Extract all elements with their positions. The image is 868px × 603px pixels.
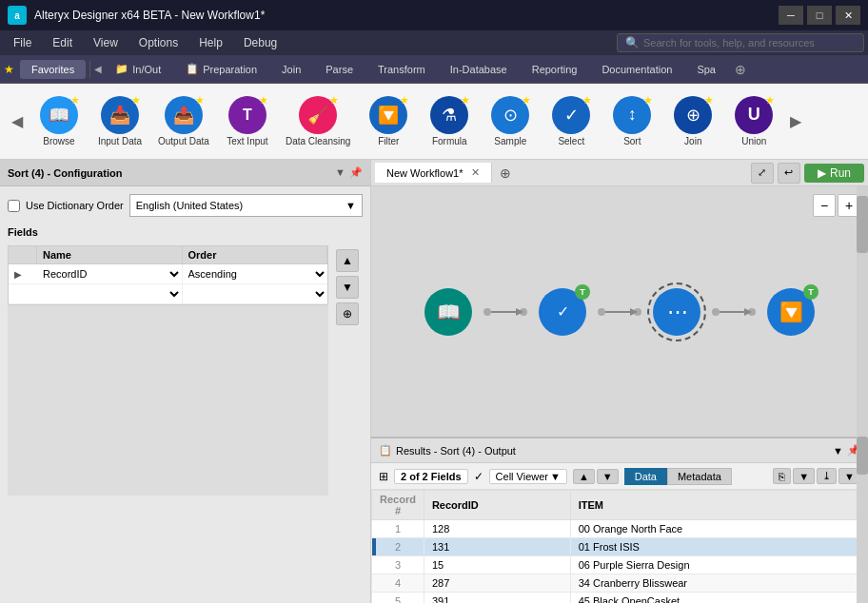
fields-table-container: Name Order ▶ RecordID Ascending — [8, 245, 328, 496]
expand-btn-2[interactable] — [9, 292, 37, 296]
tab-indatabase[interactable]: In-Database — [439, 60, 519, 79]
fields-empty-area — [8, 305, 328, 496]
tab-inout[interactable]: 📁 In/Out — [104, 59, 172, 79]
tool-output-data[interactable]: 📤 ★ Output Data — [152, 92, 215, 151]
tool-union[interactable]: U ★ Union — [725, 92, 782, 151]
tab-reporting[interactable]: Reporting — [521, 60, 589, 79]
minimize-button[interactable]: ─ — [779, 6, 803, 25]
view-data-button[interactable]: Data — [624, 468, 667, 485]
search-input[interactable] — [643, 37, 853, 49]
tool-sample[interactable]: ⊙ ★ Sample — [482, 92, 539, 151]
tab-favorites[interactable]: Favorites — [20, 60, 86, 79]
menu-view[interactable]: View — [84, 34, 128, 51]
tool-browse[interactable]: 📖 ★ Browse — [30, 92, 88, 151]
panel-header-icons: ▼ 📌 — [335, 166, 363, 179]
results-header: 📋 Results - Sort (4) - Output ▼ 📌 — [371, 438, 868, 463]
workflow-node-sort[interactable]: ⋯ — [653, 288, 700, 336]
cell-viewer-button[interactable]: Cell Viewer ▼ — [489, 469, 567, 484]
tools-nav-right[interactable]: ▶ — [786, 112, 805, 130]
add-tab-button[interactable]: ⊕ — [729, 60, 752, 79]
canvas-tab-workflow[interactable]: New Workflow1* ✕ — [375, 163, 492, 183]
search-bar[interactable]: 🔍 — [617, 33, 864, 52]
copy-button[interactable]: ⎘ — [773, 468, 791, 484]
results-collapse-icon[interactable]: ▼ — [833, 445, 843, 457]
tool-data-cleansing[interactable]: 🧹 ★ Data Cleansing — [280, 92, 356, 151]
tool-input-data[interactable]: 📥 ★ Input Data — [91, 92, 148, 151]
workflow-node-select[interactable]: ✓ T — [539, 288, 586, 336]
tab-parse[interactable]: Parse — [314, 60, 365, 79]
join-label: Join — [684, 136, 701, 147]
field-name-select-2[interactable] — [37, 284, 183, 303]
field-name-select-1[interactable]: RecordID — [37, 264, 183, 283]
tools-nav-left[interactable]: ◀ — [8, 112, 27, 130]
sort-node-icon: ⋯ — [667, 300, 686, 324]
tool-join[interactable]: ⊕ ★ Join — [664, 92, 721, 151]
menu-edit[interactable]: Edit — [43, 34, 82, 51]
tab-transform[interactable]: Transform — [366, 60, 437, 79]
field-order-select-1[interactable]: Ascending Descending — [183, 264, 328, 283]
workflow: 📖 ✓ T ⋯ — [424, 288, 815, 336]
sort-label: Sort — [623, 136, 641, 147]
tab-documentation[interactable]: Documentation — [590, 60, 683, 79]
add-canvas-tab-button[interactable]: ⊕ — [492, 162, 519, 185]
filter-node-icon: 🔽 — [779, 301, 803, 323]
tool-formula[interactable]: ⚗ ★ Formula — [421, 92, 478, 151]
dictionary-order-checkbox[interactable] — [8, 200, 20, 212]
row-recordid-2: 131 — [424, 538, 570, 556]
menu-file[interactable]: File — [4, 34, 41, 51]
panel-expand-icon[interactable]: ▼ — [335, 166, 345, 179]
fields-check-icon[interactable]: ✓ — [474, 470, 483, 483]
fields-table-header: Name Order — [9, 246, 327, 264]
move-down-button[interactable]: ▼ — [336, 276, 359, 299]
sort-asc-button[interactable]: ▲ — [573, 469, 595, 484]
panel-pin-icon[interactable]: 📌 — [349, 166, 363, 179]
locale-dropdown[interactable]: English (United States) ▼ — [129, 194, 363, 217]
menu-debug[interactable]: Debug — [234, 34, 286, 51]
undo-button[interactable]: ↩ — [778, 163, 800, 184]
zoom-fit-button[interactable]: ⊕ — [336, 302, 359, 325]
move-up-button[interactable]: ▲ — [336, 249, 359, 272]
export-button[interactable]: ⤓ — [817, 468, 837, 484]
dictionary-order-row: Use Dictionary Order English (United Sta… — [8, 194, 363, 217]
nav-left-icon[interactable]: ◀ — [94, 64, 102, 74]
copy-dropdown-button[interactable]: ▼ — [793, 468, 815, 484]
sort-desc-button[interactable]: ▼ — [597, 469, 619, 484]
close-button[interactable]: ✕ — [836, 6, 860, 25]
tool-text-input[interactable]: T ★ Text Input — [219, 92, 276, 151]
search-icon: 🔍 — [625, 36, 640, 49]
results-vscrollbar-thumb[interactable] — [857, 437, 868, 475]
canvas-tab-close[interactable]: ✕ — [471, 166, 480, 179]
filter-icon: 🔽 — [378, 105, 399, 126]
fields-section-label: Fields — [8, 226, 363, 238]
canvas-vscrollbar[interactable] — [857, 186, 868, 437]
tool-sort[interactable]: ↕ ★ Sort — [603, 92, 661, 151]
tool-filter[interactable]: 🔽 ★ Filter — [360, 92, 417, 151]
workflow-node-input[interactable]: 📖 — [424, 288, 472, 336]
tab-join[interactable]: Join — [270, 60, 312, 79]
output-data-star: ★ — [195, 94, 205, 107]
canvas-area[interactable]: − + 📖 ✓ T — [371, 186, 868, 437]
field-order-select-2[interactable]: Ascending Descending — [183, 284, 328, 303]
view-metadata-button[interactable]: Metadata — [667, 468, 732, 485]
workflow-node-filter[interactable]: 🔽 T — [767, 288, 815, 336]
menu-options[interactable]: Options — [129, 34, 187, 51]
connector-1 — [483, 308, 527, 316]
table-row: 2 131 01 Frost ISIS — [372, 538, 868, 556]
menu-help[interactable]: Help — [189, 34, 232, 51]
run-button[interactable]: ▶ Run — [804, 164, 864, 183]
canvas-vscrollbar-thumb[interactable] — [857, 196, 868, 253]
fields-row-1: ▶ RecordID Ascending Descending — [9, 264, 327, 284]
zoom-out-button[interactable]: − — [813, 194, 836, 217]
canvas-zoom-controls: − + — [813, 194, 860, 217]
results-vscrollbar[interactable] — [857, 437, 868, 603]
tool-select[interactable]: ✓ ★ Select — [542, 92, 600, 151]
col-order: Order — [183, 246, 328, 263]
maximize-button[interactable]: □ — [807, 6, 832, 25]
expand-btn-1[interactable]: ▶ — [9, 267, 37, 282]
input-data-icon: 📥 — [109, 105, 130, 126]
row-num-2: 2 — [372, 538, 424, 556]
tab-preparation[interactable]: 📋 Preparation — [174, 59, 268, 79]
dictionary-order-label: Use Dictionary Order — [26, 200, 124, 211]
expand-view-button[interactable]: ⤢ — [751, 163, 774, 184]
tab-spa[interactable]: Spa — [685, 60, 727, 79]
